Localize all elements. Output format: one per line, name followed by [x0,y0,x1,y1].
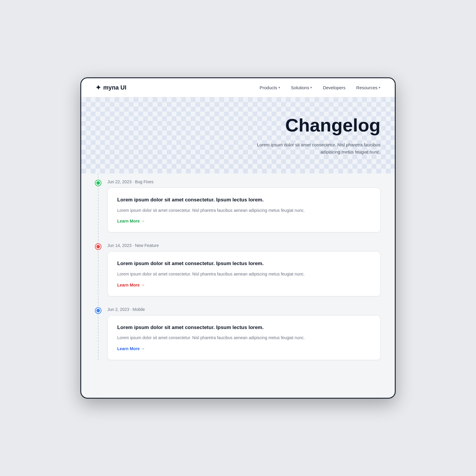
navbar: ✦ myna UI Products ▾ Solutions ▾ Develop… [81,78,395,97]
nav-item-developers[interactable]: Developers [323,85,345,90]
hero-subtitle: Lorem ipsum dolor sit amet consectetur. … [238,141,381,156]
brand-name: myna UI [103,84,126,91]
changelog-card-3: Lorem ipsum dolor sit amet consectetur. … [107,315,381,360]
nav-links: Products ▾ Solutions ▾ Developers Resour… [260,85,381,90]
page-title: Changelog [95,115,381,135]
changelog-card-2: Lorem ipsum dolor sit amet consectetur. … [107,251,381,296]
learn-more-button-2[interactable]: Learn More → [117,283,145,287]
entry-date-1: Jun 22, 2023 · Bug Fixes [107,179,381,184]
card-description-2: Lorem ipsum dolor sit amet consectetur. … [117,271,371,277]
hero-content: Changelog Lorem ipsum dolor sit amet con… [95,115,381,156]
entry-date-3: Jun 2, 2023 · Mobile [107,307,381,312]
chevron-down-icon: ▾ [278,86,280,90]
card-description-1: Lorem ipsum dolor sit amet consectetur. … [117,207,371,214]
timeline-entry-3: Jun 2, 2023 · Mobile Lorem ipsum dolor s… [95,307,381,360]
logo[interactable]: ✦ myna UI [95,84,126,92]
logo-icon: ✦ [95,84,101,92]
nav-item-products[interactable]: Products ▾ [260,85,280,90]
timeline-dot-blue [95,308,101,313]
card-title-2: Lorem ipsum dolor sit amet consectetur. … [117,260,371,267]
nav-item-resources[interactable]: Resources ▾ [356,85,381,90]
learn-more-button-1[interactable]: Learn More → [117,219,145,223]
learn-more-button-3[interactable]: Learn More → [117,346,145,351]
entry-date-2: Jun 14, 2023 · New Feature [107,243,381,248]
changelog-section: Jun 22, 2023 · Bug Fixes Lorem ipsum dol… [81,173,395,385]
timeline-entry-1: Jun 22, 2023 · Bug Fixes Lorem ipsum dol… [95,179,381,232]
card-description-3: Lorem ipsum dolor sit amet consectetur. … [117,334,371,341]
chevron-down-icon: ▾ [379,86,381,90]
device-frame: ✦ myna UI Products ▾ Solutions ▾ Develop… [80,77,396,399]
card-title-3: Lorem ipsum dolor sit amet consectetur. … [117,324,371,331]
card-title-1: Lorem ipsum dolor sit amet consectetur. … [117,196,371,203]
changelog-card-1: Lorem ipsum dolor sit amet consectetur. … [107,188,381,232]
timeline-dot-red [95,244,101,249]
hero-section: Changelog Lorem ipsum dolor sit amet con… [81,97,395,173]
timeline-dot-green [95,180,101,186]
chevron-down-icon: ▾ [310,86,312,90]
timeline: Jun 22, 2023 · Bug Fixes Lorem ipsum dol… [95,173,381,360]
timeline-entry-2: Jun 14, 2023 · New Feature Lorem ipsum d… [95,243,381,296]
nav-item-solutions[interactable]: Solutions ▾ [291,85,312,90]
